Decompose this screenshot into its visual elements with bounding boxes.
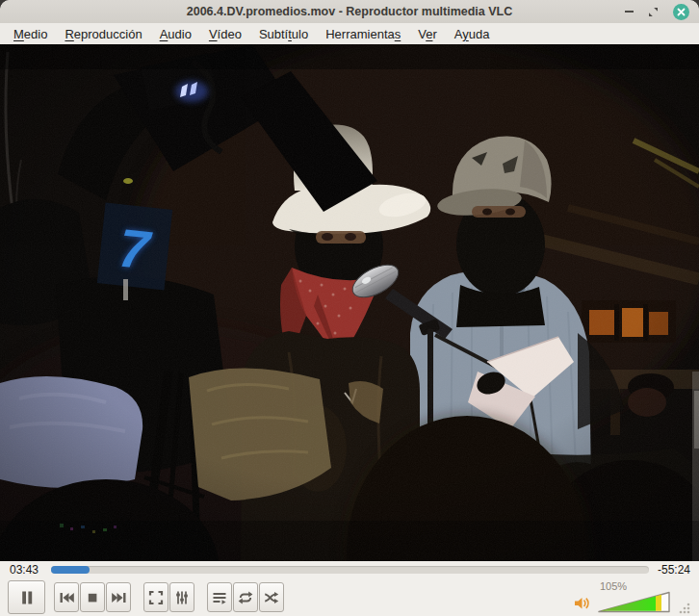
- shuffle-icon: [264, 590, 279, 605]
- minimize-icon: [625, 11, 634, 13]
- playlist-icon: [212, 590, 227, 605]
- controls-bar: 105%: [0, 578, 699, 616]
- video-surface[interactable]: 7 7: [0, 44, 699, 561]
- playlist-button[interactable]: [207, 582, 232, 612]
- minimize-button[interactable]: [625, 11, 634, 13]
- fullscreen-button[interactable]: [143, 582, 168, 612]
- loop-button[interactable]: [233, 582, 258, 612]
- next-icon: [111, 590, 127, 605]
- elapsed-time: 03:43: [10, 563, 42, 577]
- menu-herramientas[interactable]: Herramientas: [317, 23, 409, 44]
- volume-icon[interactable]: [574, 596, 592, 611]
- view-group: [143, 582, 194, 612]
- stop-button[interactable]: [80, 582, 105, 612]
- volume-over-100-mark: [656, 595, 661, 611]
- menu-video[interactable]: Vídeo: [200, 23, 250, 44]
- vlc-window: 2006.4.DV.promedios.mov - Reproductor mu…: [0, 0, 699, 616]
- seek-slider[interactable]: [51, 566, 649, 574]
- seek-row: 03:43 -55:24: [0, 561, 699, 578]
- window-title: 2006.4.DV.promedios.mov - Reproductor mu…: [0, 0, 699, 23]
- close-icon: [677, 8, 686, 16]
- menu-ayuda[interactable]: Ayuda: [446, 23, 499, 44]
- menu-ver[interactable]: Ver: [409, 23, 446, 44]
- previous-button[interactable]: [54, 582, 79, 612]
- menu-medio[interactable]: Medio: [5, 23, 56, 44]
- seek-progress-fill: [51, 566, 90, 574]
- titlebar: 2006.4.DV.promedios.mov - Reproductor mu…: [0, 0, 699, 23]
- restore-icon: [648, 7, 659, 17]
- menu-subtitulo[interactable]: Subtítulo: [250, 23, 317, 44]
- video-frame: 7 7: [0, 44, 699, 561]
- resize-grip[interactable]: [677, 601, 691, 615]
- volume-cluster: 105%: [574, 579, 674, 615]
- shuffle-button[interactable]: [259, 582, 284, 612]
- menu-reproduccion[interactable]: Reproducción: [56, 23, 150, 44]
- menu-audio[interactable]: Audio: [151, 23, 200, 44]
- remaining-time: -55:24: [658, 563, 690, 577]
- volume-slider[interactable]: [598, 590, 673, 613]
- restore-button[interactable]: [648, 7, 659, 17]
- extended-settings-button[interactable]: [169, 582, 194, 612]
- pause-button[interactable]: [8, 580, 45, 614]
- stop-icon: [85, 590, 100, 605]
- close-button[interactable]: [673, 4, 689, 20]
- equalizer-icon: [174, 590, 190, 605]
- loop-icon: [238, 590, 253, 605]
- fullscreen-icon: [148, 590, 164, 605]
- previous-icon: [59, 590, 75, 605]
- menubar: Medio Reproducción Audio Vídeo Subtítulo…: [0, 23, 699, 44]
- next-button[interactable]: [106, 582, 131, 612]
- pause-icon: [18, 589, 36, 606]
- transport-group: [54, 582, 131, 612]
- playback-mode-group: [207, 582, 284, 612]
